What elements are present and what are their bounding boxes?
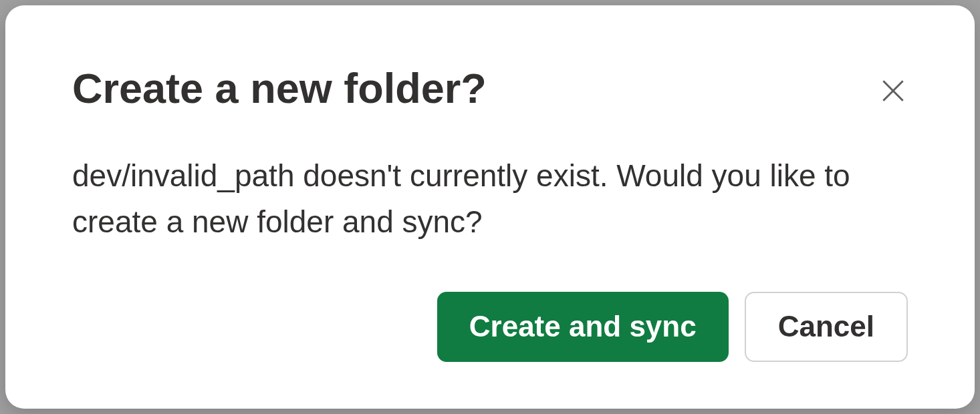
dialog-body: dev/invalid_path doesn't currently exist…	[72, 153, 908, 265]
dialog-header: Create a new folder?	[72, 65, 908, 113]
close-icon	[878, 76, 908, 108]
dialog-title: Create a new folder?	[72, 65, 487, 112]
dialog-footer: Create and sync Cancel	[72, 292, 908, 362]
cancel-button[interactable]: Cancel	[745, 292, 908, 362]
confirmation-dialog: Create a new folder? dev/invalid_path do…	[5, 5, 975, 409]
create-and-sync-button[interactable]: Create and sync	[437, 292, 729, 362]
close-button[interactable]	[873, 71, 913, 113]
